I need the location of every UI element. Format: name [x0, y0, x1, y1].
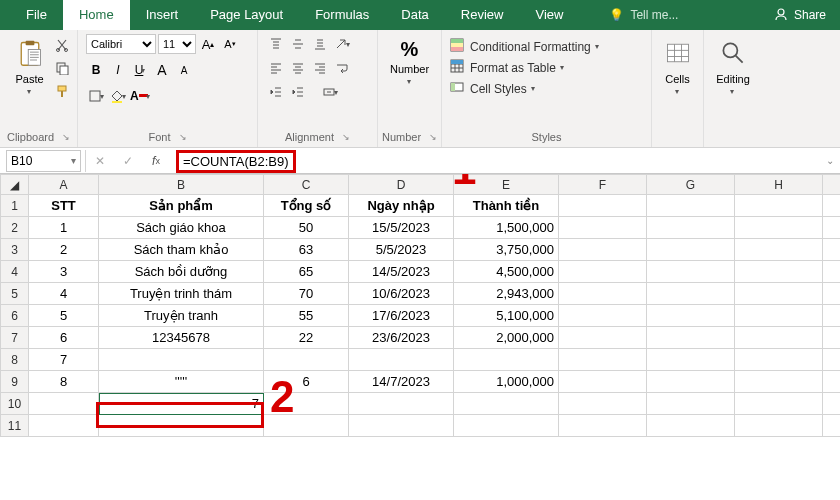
cell[interactable]: ''''' — [99, 371, 264, 393]
tab-formulas[interactable]: Formulas — [299, 0, 385, 30]
align-left-button[interactable] — [266, 58, 286, 78]
bold-button[interactable]: B — [86, 60, 106, 80]
cell[interactable]: Truyện tranh — [99, 305, 264, 327]
cell[interactable]: 5 — [29, 305, 99, 327]
col-header-a[interactable]: A — [29, 175, 99, 195]
cell[interactable] — [559, 371, 647, 393]
align-top-button[interactable] — [266, 34, 286, 54]
row-header[interactable]: 8 — [1, 349, 29, 371]
cell[interactable] — [264, 349, 349, 371]
border-button[interactable]: ▾ — [86, 86, 106, 106]
cell[interactable] — [454, 415, 559, 437]
cell[interactable] — [647, 239, 735, 261]
cell[interactable]: 14/7/2023 — [349, 371, 454, 393]
cells-button[interactable]: Cells ▾ — [656, 34, 700, 96]
cell[interactable]: 2,000,000 — [454, 327, 559, 349]
cell[interactable] — [647, 217, 735, 239]
cell[interactable]: 3,750,000 — [454, 239, 559, 261]
col-header-d[interactable]: D — [349, 175, 454, 195]
expand-formula-bar-button[interactable]: ⌄ — [826, 155, 834, 166]
cell[interactable] — [647, 283, 735, 305]
cell[interactable] — [349, 415, 454, 437]
cell[interactable]: 4,500,000 — [454, 261, 559, 283]
cell[interactable]: 2 — [29, 239, 99, 261]
increase-indent-button[interactable] — [288, 82, 308, 102]
table-row[interactable]: 43Sách bồi dưỡng6514/5/20234,500,000 — [1, 261, 841, 283]
dialog-launcher-icon[interactable]: ↘ — [179, 132, 187, 142]
cell[interactable] — [559, 327, 647, 349]
col-header-c[interactable]: C — [264, 175, 349, 195]
tab-insert[interactable]: Insert — [130, 0, 195, 30]
cell[interactable]: 14/5/2023 — [349, 261, 454, 283]
cell[interactable]: Sách bồi dưỡng — [99, 261, 264, 283]
cell[interactable]: 5,100,000 — [454, 305, 559, 327]
cell[interactable]: Truyện trinh thám — [99, 283, 264, 305]
cell[interactable]: 8 — [29, 371, 99, 393]
col-header-b[interactable]: B — [99, 175, 264, 195]
cell[interactable] — [559, 217, 647, 239]
increase-font-button[interactable]: A▴ — [198, 34, 218, 54]
enter-formula-button[interactable]: ✓ — [114, 150, 142, 172]
cell[interactable] — [735, 283, 823, 305]
align-bottom-button[interactable] — [310, 34, 330, 54]
cell[interactable]: 17/6/2023 — [349, 305, 454, 327]
tell-me-search[interactable]: 💡 Tell me... — [579, 0, 760, 30]
cell[interactable] — [454, 349, 559, 371]
table-row[interactable]: 76123456782223/6/20232,000,000 — [1, 327, 841, 349]
cell[interactable]: 7 — [29, 349, 99, 371]
cell[interactable] — [29, 393, 99, 415]
cell[interactable]: 23/6/2023 — [349, 327, 454, 349]
dialog-launcher-icon[interactable]: ↘ — [342, 132, 350, 142]
cell[interactable] — [735, 239, 823, 261]
row-header[interactable]: 3 — [1, 239, 29, 261]
decrease-font-icon[interactable]: A — [174, 60, 194, 80]
col-header-h[interactable]: H — [735, 175, 823, 195]
cell[interactable]: 22 — [264, 327, 349, 349]
cell[interactable] — [735, 261, 823, 283]
cell[interactable] — [735, 349, 823, 371]
cell[interactable] — [559, 283, 647, 305]
align-center-button[interactable] — [288, 58, 308, 78]
row-header[interactable]: 2 — [1, 217, 29, 239]
row-header[interactable]: 10 — [1, 393, 29, 415]
paste-button[interactable]: Paste ▾ — [8, 34, 51, 96]
cell[interactable] — [735, 371, 823, 393]
cell[interactable]: 5/5/2023 — [349, 239, 454, 261]
increase-font-icon[interactable]: A — [152, 60, 172, 80]
cell[interactable]: 15/5/2023 — [349, 217, 454, 239]
cell[interactable] — [735, 393, 823, 415]
name-box[interactable]: B10 ▾ — [6, 150, 81, 172]
cell[interactable] — [349, 349, 454, 371]
number-format-button[interactable]: % Number ▾ — [388, 34, 432, 86]
cell[interactable]: 1 — [29, 217, 99, 239]
tab-home[interactable]: Home — [63, 0, 130, 30]
cell[interactable] — [735, 195, 823, 217]
orientation-button[interactable]: ▾ — [332, 34, 352, 54]
copy-icon[interactable] — [55, 61, 69, 78]
font-size-selector[interactable]: 11 — [158, 34, 196, 54]
font-color-button[interactable]: A▾ — [130, 86, 150, 106]
cell[interactable] — [559, 393, 647, 415]
cell[interactable] — [647, 415, 735, 437]
tab-data[interactable]: Data — [385, 0, 444, 30]
cell[interactable]: 65 — [264, 261, 349, 283]
cell[interactable]: 10/6/2023 — [349, 283, 454, 305]
cell[interactable]: STT — [29, 195, 99, 217]
table-row[interactable]: 54Truyện trinh thám7010/6/20232,943,000 — [1, 283, 841, 305]
format-painter-icon[interactable] — [55, 84, 69, 101]
cell[interactable] — [735, 327, 823, 349]
tab-view[interactable]: View — [519, 0, 579, 30]
table-row[interactable]: 21Sách giáo khoa5015/5/20231,500,000 — [1, 217, 841, 239]
cell[interactable] — [647, 305, 735, 327]
cell[interactable] — [647, 261, 735, 283]
cell[interactable] — [647, 393, 735, 415]
cell[interactable]: 55 — [264, 305, 349, 327]
cell[interactable] — [559, 261, 647, 283]
cell[interactable] — [735, 217, 823, 239]
wrap-text-button[interactable] — [332, 58, 352, 78]
table-row[interactable]: 1 STT Sản phẩm Tổng số Ngày nhập Thành t… — [1, 195, 841, 217]
row-header[interactable]: 7 — [1, 327, 29, 349]
cell[interactable] — [99, 349, 264, 371]
decrease-indent-button[interactable] — [266, 82, 286, 102]
row-header[interactable]: 9 — [1, 371, 29, 393]
